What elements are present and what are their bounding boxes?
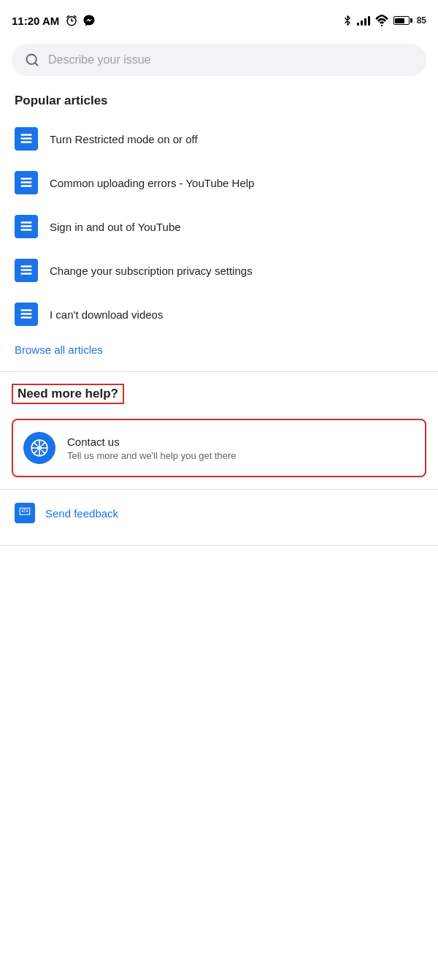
svg-rect-8: [21, 141, 32, 143]
svg-line-1: [67, 16, 69, 18]
svg-rect-20: [21, 316, 32, 319]
popular-articles-title: Popular articles: [0, 88, 438, 117]
article-item-5[interactable]: I can't download videos: [6, 292, 432, 336]
svg-rect-15: [21, 265, 32, 267]
need-more-help-section: Need more help?: [0, 372, 438, 410]
status-icons-left: [65, 14, 96, 27]
article-icon-3: [15, 215, 38, 238]
svg-rect-6: [21, 134, 32, 136]
article-list: Turn Restricted mode on or off Common up…: [0, 117, 438, 336]
status-bar: 11:20 AM: [0, 0, 438, 38]
svg-point-3: [380, 25, 382, 26]
need-more-help-title: Need more help?: [12, 384, 124, 404]
svg-line-28: [42, 450, 45, 454]
article-item-4[interactable]: Change your subscription privacy setting…: [6, 248, 432, 292]
article-text-1: Turn Restricted mode on or off: [50, 132, 198, 147]
svg-rect-10: [21, 181, 32, 183]
svg-rect-16: [21, 269, 32, 271]
svg-rect-13: [21, 225, 32, 227]
time-display: 11:20 AM: [12, 15, 59, 27]
svg-line-29: [42, 442, 45, 446]
contact-card-wrapper: Contact us Tell us more and we'll help y…: [0, 410, 438, 489]
contact-us-title: Contact us: [67, 436, 237, 448]
article-text-4: Change your subscription privacy setting…: [50, 263, 253, 278]
svg-line-5: [35, 63, 38, 66]
svg-line-27: [34, 442, 37, 446]
contact-icon: [23, 432, 55, 464]
feedback-section: ! Send feedback: [0, 490, 438, 545]
article-text-2: Common uploading errors - YouTube Help: [50, 175, 254, 191]
svg-rect-17: [21, 273, 32, 275]
bluetooth-icon: [342, 14, 353, 27]
status-left: 11:20 AM: [12, 14, 96, 27]
svg-rect-34: [22, 509, 23, 511]
svg-point-33: [26, 511, 28, 512]
svg-line-2: [74, 16, 76, 18]
svg-rect-18: [21, 309, 32, 311]
browse-link-container: Browse all articles: [0, 336, 438, 371]
feedback-icon: !: [15, 503, 35, 523]
send-feedback-item[interactable]: ! Send feedback: [12, 493, 426, 533]
svg-text:!: !: [24, 507, 26, 514]
article-icon-1: [15, 127, 38, 151]
signal-icon: [357, 15, 370, 26]
svg-rect-12: [21, 221, 32, 224]
battery-icon: [393, 16, 412, 25]
article-item-1[interactable]: Turn Restricted mode on or off: [6, 117, 432, 161]
status-right: 85: [342, 14, 426, 27]
article-item-3[interactable]: Sign in and out of YouTube: [6, 205, 432, 248]
svg-rect-19: [21, 313, 32, 315]
svg-rect-35: [26, 509, 28, 511]
alarm-icon: [65, 14, 78, 27]
messenger-icon: [82, 14, 96, 27]
contact-text-block: Contact us Tell us more and we'll help y…: [67, 436, 237, 461]
article-text-3: Sign in and out of YouTube: [50, 219, 181, 235]
svg-rect-14: [21, 229, 32, 231]
browse-all-link[interactable]: Browse all articles: [15, 343, 103, 356]
search-bar[interactable]: Describe your issue: [12, 44, 426, 76]
send-feedback-text: Send feedback: [45, 507, 118, 520]
battery-percent: 85: [417, 15, 426, 26]
svg-rect-7: [21, 137, 32, 140]
svg-point-22: [37, 446, 42, 451]
divider-3: [0, 545, 438, 546]
search-placeholder: Describe your issue: [48, 53, 151, 67]
article-icon-2: [15, 171, 38, 194]
search-container: Describe your issue: [0, 38, 438, 88]
article-icon-5: [15, 303, 38, 326]
article-icon-4: [15, 259, 38, 282]
svg-line-30: [34, 450, 37, 454]
search-icon: [25, 53, 39, 67]
svg-rect-9: [21, 178, 32, 180]
contact-card[interactable]: Contact us Tell us more and we'll help y…: [12, 419, 426, 477]
article-item-2[interactable]: Common uploading errors - YouTube Help: [6, 161, 432, 205]
svg-rect-11: [21, 185, 32, 187]
wifi-icon: [374, 15, 389, 26]
article-text-5: I can't download videos: [50, 307, 163, 322]
contact-us-subtitle: Tell us more and we'll help you get ther…: [67, 450, 237, 461]
